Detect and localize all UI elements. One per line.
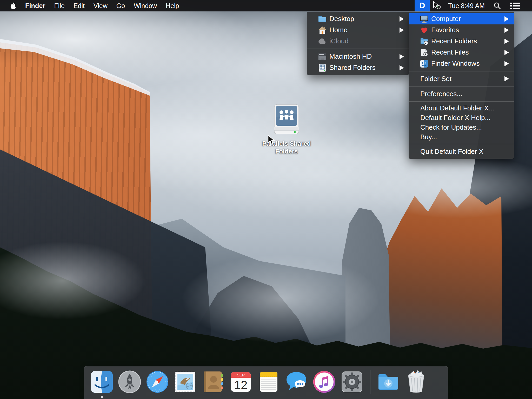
- submenu-item-desktop[interactable]: Desktop: [307, 13, 409, 24]
- dock-system-preferences-icon[interactable]: [340, 370, 364, 394]
- menu-item-quit[interactable]: Quit Default Folder X: [409, 146, 514, 157]
- submenu-arrow-icon: [400, 16, 404, 22]
- menu-separator: [307, 49, 409, 49]
- file-clock-icon: [420, 48, 429, 57]
- finder-running-indicator: [101, 396, 103, 398]
- menu-item-recent-files[interactable]: Recent Files: [409, 47, 514, 58]
- submenu-arrow-icon: [504, 50, 509, 55]
- menu-item-label: Recent Files: [431, 48, 469, 56]
- menu-item-label: Default Folder X Help...: [420, 114, 490, 122]
- menu-item-about[interactable]: About Default Folder X...: [409, 103, 514, 113]
- computer-icon: [420, 15, 429, 23]
- menu-separator: [409, 86, 514, 87]
- dock-mail-icon[interactable]: [173, 370, 197, 394]
- menu-item-label: Check for Updates...: [420, 123, 482, 131]
- finder-icon: [420, 59, 429, 68]
- menu-item-favorites[interactable]: Favorites: [409, 24, 514, 36]
- folder-icon: [318, 15, 327, 23]
- submenu-item-label: Desktop: [329, 15, 354, 23]
- menu-item-buy[interactable]: Buy...: [409, 132, 514, 142]
- calendar-day-text: 12: [234, 378, 247, 392]
- menu-item-label: Buy...: [420, 133, 437, 141]
- dock-trash-icon[interactable]: [404, 370, 428, 394]
- calendar-month-text: SEP: [237, 373, 245, 377]
- menu-item-label: Preferences...: [420, 90, 462, 98]
- submenu-arrow-icon: [504, 61, 509, 66]
- menu-separator: [409, 71, 514, 71]
- menu-item-preferences[interactable]: Preferences...: [409, 88, 514, 99]
- dock-separator: [370, 370, 370, 394]
- menu-item-label: Computer: [431, 15, 461, 23]
- menu-item-label: Folder Set: [420, 75, 451, 83]
- menu-item-label: About Default Folder X...: [420, 104, 494, 112]
- apple-icon: [10, 2, 16, 9]
- submenu-arrow-icon: [400, 65, 404, 70]
- menu-item-computer[interactable]: Computer: [409, 13, 514, 24]
- computer-submenu: Desktop Home iCloud: [307, 12, 409, 75]
- menu-item-help[interactable]: Default Folder X Help...: [409, 113, 514, 123]
- menu-bar-app-name[interactable]: Finder: [25, 2, 45, 10]
- default-folder-x-menu: Computer Favorites Recent Folders: [409, 12, 514, 159]
- dock-finder-icon[interactable]: [90, 370, 114, 394]
- submenu-item-label: Macintosh HD: [329, 52, 372, 61]
- menu-separator: [409, 144, 514, 144]
- parallels-shared-folders-desktop-icon[interactable]: Parallels Shared Folders: [260, 104, 313, 155]
- dock-downloads-folder-icon[interactable]: [376, 370, 400, 394]
- wallpaper-mist-left: [0, 242, 145, 320]
- apple-menu[interactable]: [9, 0, 17, 11]
- dock-launchpad-icon[interactable]: [118, 370, 142, 394]
- menu-bar-clock[interactable]: Tue 8:49 AM: [448, 2, 485, 10]
- home-icon: [318, 26, 327, 35]
- menu-go[interactable]: Go: [116, 2, 125, 10]
- cloud-icon: [318, 37, 327, 46]
- dock-safari-icon[interactable]: [145, 370, 169, 394]
- submenu-arrow-icon: [504, 28, 509, 33]
- submenu-item-label: Shared Folders: [329, 64, 376, 72]
- menu-file[interactable]: File: [54, 2, 65, 10]
- menu-item-label: Finder Windows: [431, 59, 480, 68]
- menu-item-label: Recent Folders: [431, 37, 477, 45]
- dock-calendar-icon[interactable]: SEP 12: [229, 370, 253, 394]
- dock-contacts-icon[interactable]: [201, 370, 225, 394]
- dock-itunes-icon[interactable]: [312, 370, 336, 394]
- notification-center-icon[interactable]: [510, 1, 520, 10]
- submenu-item-icloud[interactable]: iCloud: [307, 36, 409, 47]
- submenu-item-label: iCloud: [329, 37, 349, 45]
- dock: SEP 12: [84, 366, 448, 399]
- menu-window[interactable]: Window: [134, 2, 157, 10]
- submenu-arrow-icon: [400, 28, 404, 33]
- menu-item-label: Favorites: [431, 26, 459, 34]
- wallpaper-mist-right: [358, 156, 532, 218]
- menu-item-recent-folders[interactable]: Recent Folders: [409, 36, 514, 47]
- menu-item-folder-set[interactable]: Folder Set: [409, 73, 514, 84]
- parallels-mouse-icon[interactable]: [432, 1, 442, 10]
- dock-messages-icon[interactable]: [284, 370, 308, 394]
- submenu-arrow-icon: [504, 39, 509, 44]
- submenu-item-macintosh-hd[interactable]: Macintosh HD: [307, 51, 409, 62]
- menu-bar-left: Finder File Edit View Go Window Help: [0, 0, 179, 11]
- default-folder-x-menu-icon[interactable]: D: [415, 0, 430, 11]
- wallpaper-mist-center: [182, 255, 379, 343]
- submenu-item-label: Home: [329, 26, 347, 34]
- menu-bar: Finder File Edit View Go Window Help D T…: [0, 0, 532, 11]
- menu-view[interactable]: View: [94, 2, 108, 10]
- submenu-arrow-icon: [400, 54, 404, 59]
- menu-help[interactable]: Help: [166, 2, 179, 10]
- shared-drive-large-icon: [272, 104, 301, 135]
- submenu-arrow-icon: [504, 76, 509, 81]
- shared-drive-icon: [318, 63, 327, 72]
- menu-item-finder-windows[interactable]: Finder Windows: [409, 58, 514, 69]
- submenu-item-shared-folders[interactable]: Shared Folders: [307, 62, 409, 73]
- dock-notes-icon[interactable]: [257, 370, 281, 394]
- internal-drive-icon: [318, 52, 327, 61]
- folder-clock-icon: [420, 37, 429, 46]
- spotlight-search-icon[interactable]: [493, 2, 501, 10]
- menu-item-check-updates[interactable]: Check for Updates...: [409, 123, 514, 132]
- menu-item-label: Quit Default Folder X: [420, 148, 483, 156]
- heart-icon: [420, 26, 429, 35]
- mouse-pointer-cursor: [267, 135, 276, 145]
- submenu-arrow-icon: [504, 16, 509, 22]
- submenu-item-home[interactable]: Home: [307, 24, 409, 36]
- menu-edit[interactable]: Edit: [74, 2, 85, 10]
- menu-separator: [409, 101, 514, 102]
